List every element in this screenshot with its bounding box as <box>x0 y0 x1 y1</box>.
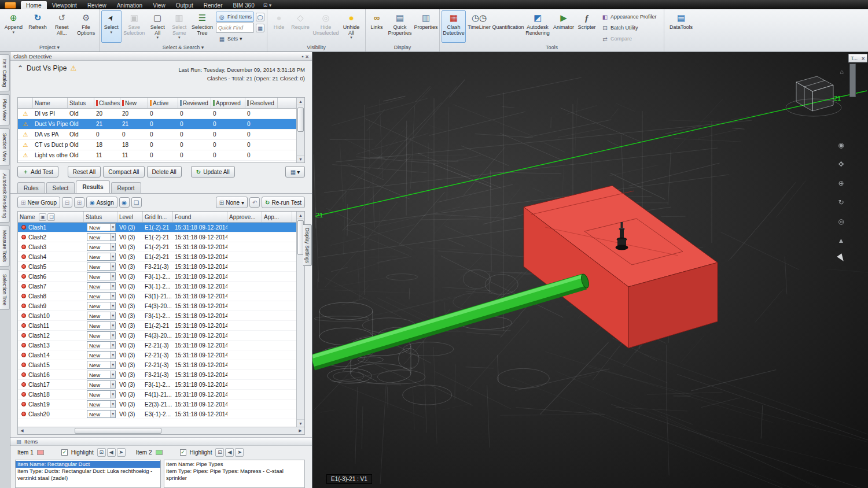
clash-result-row[interactable]: Clash5 New V0 (3) F3-21(-3) 15:31:18 09-… <box>18 262 296 272</box>
item1-zoom-icon[interactable]: ⊡ <box>97 448 106 457</box>
close-icon[interactable] <box>861 56 865 61</box>
update-all-button[interactable]: Update All <box>191 166 235 178</box>
clash-test-row[interactable]: DI vs PI Old 20 20 0 0 0 0 <box>18 109 296 119</box>
status-combobox[interactable]: New <box>87 253 116 261</box>
status-combobox[interactable]: New <box>87 380 116 389</box>
rcol-found[interactable]: Found <box>173 212 227 222</box>
ribbon-tab-home[interactable]: Home <box>21 1 47 9</box>
status-combobox[interactable]: New <box>87 361 116 369</box>
clash-green-pipe[interactable] <box>312 273 590 363</box>
dock-tab-plan-view[interactable]: Plan View <box>0 94 10 125</box>
col-approved[interactable]: Approved <box>211 98 245 108</box>
tools-group-label[interactable]: Tools <box>440 44 664 51</box>
file-options-button[interactable]: File Options <box>74 10 98 43</box>
reset-all-tests-button[interactable]: Reset All <box>68 166 101 178</box>
timeliner-button[interactable]: ◷TimeLiner <box>466 10 492 43</box>
clash-result-row[interactable]: Clash20 New V0 (3) E3(-1)-2... 15:31:18 … <box>18 409 296 419</box>
clash-result-row[interactable]: Clash9 New V0 (3) F4(3)-20... 15:31:18 0… <box>18 301 296 311</box>
status-combobox[interactable]: New <box>87 351 116 359</box>
col-name[interactable]: Name <box>33 98 68 108</box>
hide-button[interactable]: Hide <box>269 10 289 43</box>
properties-button[interactable]: Properties <box>414 10 438 43</box>
sets-window-icon[interactable] <box>256 24 264 32</box>
add-to-group-icon[interactable] <box>62 197 72 208</box>
display-group-label[interactable]: Display <box>366 44 439 51</box>
comment-icon[interactable] <box>131 197 142 208</box>
item2-back-icon[interactable]: ◀ <box>225 448 234 457</box>
clash-result-row[interactable]: Clash19 New V0 (3) E2(3)-21... 15:31:18 … <box>18 400 296 409</box>
clash-test-row[interactable]: Duct Vs Pipe Old 21 21 0 0 0 0 <box>18 119 296 130</box>
item1-back-icon[interactable]: ◀ <box>107 448 116 457</box>
scroll-up-icon[interactable]: ▲ <box>297 212 304 219</box>
scroll-down-icon[interactable]: ▼ <box>297 155 304 162</box>
col-reviewed[interactable]: Reviewed <box>178 98 211 108</box>
rcol-level[interactable]: Level <box>117 212 143 222</box>
rcol-name[interactable]: Name <box>18 212 84 222</box>
status-combobox[interactable]: New <box>87 282 116 290</box>
status-combobox[interactable]: New <box>87 331 116 339</box>
rcol-approved[interactable]: App... <box>262 212 292 222</box>
orbit-icon[interactable]: ↻ <box>836 197 846 207</box>
unassign-icon[interactable] <box>119 197 130 208</box>
clash-detective-panel-titlebar[interactable]: Clash Detective <box>10 52 312 61</box>
collapsed-side-panel[interactable]: T... <box>848 54 867 62</box>
status-combobox[interactable]: New <box>87 410 116 418</box>
status-combobox[interactable]: New <box>87 341 116 349</box>
clash-result-row[interactable]: Clash14 New V0 (3) F2-21(-3) 15:31:18 09… <box>18 350 296 360</box>
walk-icon[interactable]: ▲ <box>836 235 846 245</box>
append-button[interactable]: Append <box>2 10 25 43</box>
clash-test-row[interactable]: CT vs Duct pip Old 18 18 0 0 0 0 <box>18 140 296 150</box>
scripter-button[interactable]: Scripter <box>576 10 597 43</box>
camera-icon[interactable] <box>39 213 46 221</box>
autodesk-rendering-button[interactable]: Autodesk Rendering <box>524 10 551 43</box>
add-test-button[interactable]: Add Test <box>17 166 58 178</box>
close-icon[interactable] <box>305 53 309 60</box>
status-combobox[interactable]: New <box>87 272 116 280</box>
clash-result-row[interactable]: Clash12 New V0 (3) F4(3)-20... 15:31:18 … <box>18 331 296 341</box>
remove-from-group-icon[interactable] <box>74 197 84 208</box>
clash-result-row[interactable]: Clash18 New V0 (3) F4(1)-21... 15:31:18 … <box>18 390 296 400</box>
quantification-button[interactable]: Quantification <box>492 10 524 43</box>
ribbon-tab-render[interactable]: Render <box>198 1 228 9</box>
refresh-button[interactable]: Refresh <box>26 10 50 43</box>
scroll-left-icon[interactable]: ◀ <box>18 428 26 433</box>
viewcube[interactable] <box>786 76 841 116</box>
items-header[interactable]: Items <box>10 437 312 446</box>
item1-select-icon[interactable]: ➤ <box>117 448 126 457</box>
col-resolved[interactable]: Resolved <box>245 98 278 108</box>
status-combobox[interactable]: New <box>87 400 116 408</box>
scroll-up-icon[interactable]: ▲ <box>297 98 304 105</box>
compare-button[interactable]: Compare <box>599 34 659 44</box>
col-new[interactable]: New <box>120 98 148 108</box>
results-horizontal-scrollbar[interactable]: ◀ ▶ <box>18 427 304 434</box>
clash-result-row[interactable]: Clash1 New V0 (3) E1(-2)-21 15:31:18 09-… <box>18 223 296 232</box>
undo-icon[interactable] <box>249 197 260 208</box>
rcol-grid[interactable]: Grid In... <box>143 212 173 222</box>
clash-result-row[interactable]: Clash17 New V0 (3) F3(-1)-2... 15:31:18 … <box>18 380 296 390</box>
clash-test-row[interactable]: Light vs other Old 11 11 0 0 0 0 <box>18 150 296 161</box>
tab-rules[interactable]: Rules <box>17 182 45 193</box>
tests-vertical-scrollbar[interactable]: ▲ ▼ <box>296 98 304 162</box>
quick-access-dropdown-icon[interactable]: ⊡ ▾ <box>260 1 275 9</box>
datatools-button[interactable]: DataTools <box>666 10 696 43</box>
rcol-status[interactable]: Status <box>84 212 117 222</box>
filter-dropdown[interactable]: None ▾ <box>216 197 248 208</box>
results-table-header[interactable]: Name Status Level Grid In... Found Appro… <box>18 212 296 223</box>
clash-result-row[interactable]: Clash11 New V0 (3) E1(-2)-21 15:31:18 09… <box>18 321 296 331</box>
save-selection-button[interactable]: Save Selection <box>122 10 146 43</box>
status-combobox[interactable]: New <box>87 312 116 320</box>
clash-result-row[interactable]: Clash4 New V0 (3) E1(-2)-21 15:31:18 09-… <box>18 252 296 262</box>
comments-column-icon[interactable] <box>47 213 55 221</box>
clash-result-row[interactable]: Clash15 New V0 (3) F2-21(-3) 15:31:18 09… <box>18 360 296 370</box>
look-around-icon[interactable]: ◎ <box>836 216 846 226</box>
col-active[interactable]: Active <box>148 98 178 108</box>
ribbon-tab-bim360[interactable]: BIM 360 <box>227 1 259 9</box>
links-button[interactable]: Links <box>367 10 386 43</box>
status-combobox[interactable]: New <box>87 243 116 251</box>
item2-highlight-checkbox[interactable]: ✓ <box>180 449 186 456</box>
hide-unselected-button[interactable]: Hide Unselected <box>312 10 340 43</box>
import-export-split-button[interactable]: ▾ <box>285 166 305 178</box>
status-combobox[interactable]: New <box>87 321 116 330</box>
clash-red-duct[interactable] <box>524 186 718 348</box>
application-menu-icon[interactable] <box>5 2 16 9</box>
